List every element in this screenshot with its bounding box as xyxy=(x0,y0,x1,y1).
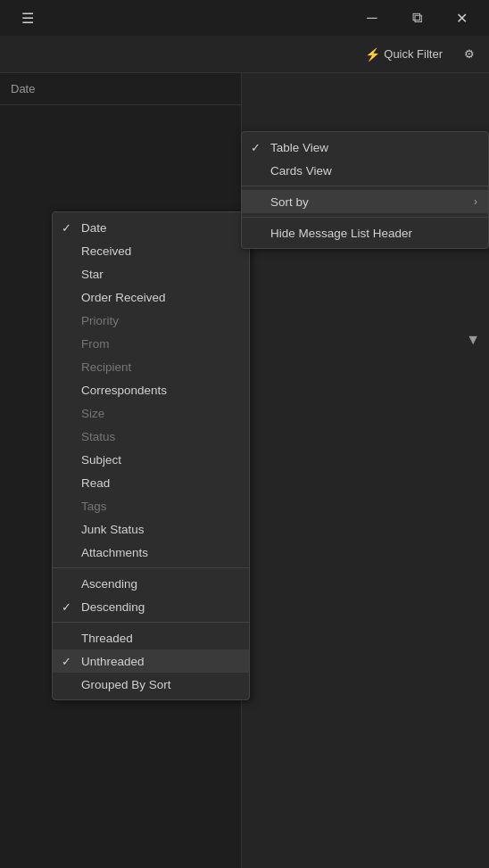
view-separator xyxy=(242,186,488,186)
restore-button[interactable]: ⧉ xyxy=(396,4,437,32)
table-view-item[interactable]: Table View xyxy=(242,136,488,159)
right-panel: ▼ Table View Cards View Sort by › Hide M… xyxy=(241,73,489,868)
threaded-label: Threaded xyxy=(81,632,133,645)
sort-star-label: Star xyxy=(81,268,104,281)
sort-status-item[interactable]: Status xyxy=(53,425,249,448)
sort-recipient-label: Recipient xyxy=(81,360,131,374)
table-view-label: Table View xyxy=(270,141,328,154)
separator-2 xyxy=(53,622,249,623)
cards-view-label: Cards View xyxy=(270,164,332,178)
main-area: Date Date Received Star Order Received P… xyxy=(0,73,489,868)
sort-ascending-item[interactable]: Ascending xyxy=(53,572,249,595)
sort-priority-item[interactable]: Priority xyxy=(53,309,249,332)
sort-tags-label: Tags xyxy=(81,500,107,513)
sort-tags-item[interactable]: Tags xyxy=(53,494,249,517)
hide-message-header-item[interactable]: Hide Message List Header xyxy=(242,221,488,244)
sort-subject-label: Subject xyxy=(81,453,121,467)
filter-icon: ⚡ xyxy=(365,47,380,62)
sort-by-item[interactable]: Sort by › xyxy=(242,190,488,213)
title-bar: ☰ ─ ⧉ ✕ xyxy=(0,0,489,36)
sort-correspondents-label: Correspondents xyxy=(81,384,167,397)
sort-ascending-label: Ascending xyxy=(81,577,137,591)
sort-by-arrow-icon: › xyxy=(474,195,477,208)
sort-received-item[interactable]: Received xyxy=(53,239,249,262)
sort-recipient-item[interactable]: Recipient xyxy=(53,355,249,378)
quick-filter-label: Quick Filter xyxy=(384,47,443,61)
sort-star-item[interactable]: Star xyxy=(53,262,249,285)
threaded-item[interactable]: Threaded xyxy=(53,626,249,649)
toolbar: ⚡ Quick Filter ⚙ xyxy=(0,36,489,73)
view-separator-2 xyxy=(242,217,488,218)
sort-correspondents-item[interactable]: Correspondents xyxy=(53,378,249,401)
sort-status-label: Status xyxy=(81,430,115,443)
sort-attachments-item[interactable]: Attachments xyxy=(53,541,249,564)
grouped-by-sort-item[interactable]: Grouped By Sort xyxy=(53,673,249,696)
sort-attachments-label: Attachments xyxy=(81,546,148,559)
dropdown-arrow-icon: ▼ xyxy=(466,332,480,348)
settings-icon: ⚙ xyxy=(464,47,475,61)
unthreaded-label: Unthreaded xyxy=(81,655,145,668)
settings-icon-button[interactable]: ⚙ xyxy=(457,44,482,64)
sort-subject-item[interactable]: Subject xyxy=(53,448,249,471)
sort-submenu: Date Received Star Order Received Priori… xyxy=(52,211,250,700)
separator-1 xyxy=(53,567,249,568)
sort-priority-label: Priority xyxy=(81,314,119,327)
sort-size-label: Size xyxy=(81,407,104,420)
hide-message-header-label: Hide Message List Header xyxy=(270,227,412,240)
cards-view-item[interactable]: Cards View xyxy=(242,159,488,182)
sort-order-received-item[interactable]: Order Received xyxy=(53,285,249,309)
sort-from-label: From xyxy=(81,337,110,351)
sort-by-label: Sort by xyxy=(270,195,309,209)
quick-filter-button[interactable]: ⚡ Quick Filter xyxy=(358,44,450,65)
minimize-button[interactable]: ─ xyxy=(352,4,393,32)
sort-read-label: Read xyxy=(81,476,110,490)
unthreaded-item[interactable]: Unthreaded xyxy=(53,649,249,673)
view-menu: Table View Cards View Sort by › Hide Mes… xyxy=(241,131,489,249)
sort-date-label: Date xyxy=(81,221,107,235)
sort-junk-status-item[interactable]: Junk Status xyxy=(53,517,249,541)
sort-descending-item[interactable]: Descending xyxy=(53,595,249,618)
sort-order-received-label: Order Received xyxy=(81,291,166,304)
hamburger-icon[interactable]: ☰ xyxy=(7,4,48,32)
sort-date-item[interactable]: Date xyxy=(53,216,249,239)
sort-received-label: Received xyxy=(81,244,131,258)
date-header: Date xyxy=(0,73,241,105)
sort-size-item[interactable]: Size xyxy=(53,401,249,425)
sort-descending-label: Descending xyxy=(81,600,145,614)
grouped-by-sort-label: Grouped By Sort xyxy=(81,678,171,691)
sort-junk-status-label: Junk Status xyxy=(81,523,145,536)
sort-from-item[interactable]: From xyxy=(53,332,249,355)
close-button[interactable]: ✕ xyxy=(441,4,482,32)
date-label: Date xyxy=(11,82,35,95)
sort-read-item[interactable]: Read xyxy=(53,471,249,494)
left-panel: Date Date Received Star Order Received P… xyxy=(0,73,241,868)
